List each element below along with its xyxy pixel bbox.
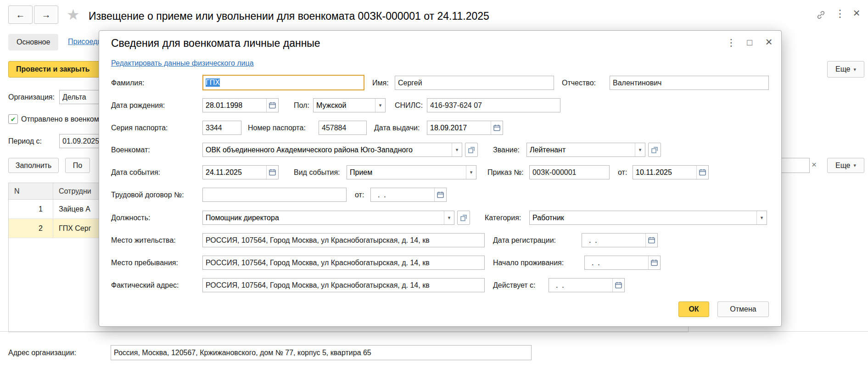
order-date-input[interactable]: [633, 166, 696, 179]
window-close-icon[interactable]: ×: [850, 6, 863, 19]
chevron-down-icon[interactable]: ▾: [756, 211, 767, 224]
event-type-label: Вид события:: [294, 168, 340, 177]
ok-button[interactable]: ОК: [678, 301, 709, 317]
dialog-maximize-icon[interactable]: □: [743, 36, 756, 49]
order-number-field[interactable]: [529, 165, 610, 179]
passport-number-field[interactable]: [319, 121, 367, 135]
contract-number-label: Трудовой договор №:: [111, 191, 184, 199]
chevron-down-icon[interactable]: ▾: [444, 211, 454, 224]
registration-date-input[interactable]: [582, 234, 645, 247]
military-office-label: Военкомат:: [111, 146, 150, 154]
search-clear-icon[interactable]: ×: [812, 160, 817, 170]
military-office-open-button[interactable]: [465, 143, 478, 157]
issue-date-field[interactable]: [427, 121, 503, 135]
position-combo[interactable]: ▾: [202, 211, 454, 225]
stay-place-field[interactable]: [202, 256, 485, 270]
residence-field[interactable]: [202, 233, 485, 247]
event-type-combo[interactable]: ▾: [347, 165, 476, 179]
calendar-icon[interactable]: [612, 279, 624, 292]
back-button[interactable]: ←: [8, 6, 33, 24]
stay-start-date-field[interactable]: [584, 256, 661, 270]
chevron-down-icon[interactable]: ▾: [466, 166, 476, 179]
event-type-input[interactable]: [347, 166, 466, 179]
pick-button[interactable]: По: [65, 158, 90, 173]
favorite-star-icon[interactable]: ★: [67, 6, 80, 23]
last-name-field[interactable]: ГПХ: [202, 75, 364, 90]
category-combo[interactable]: ▾: [529, 211, 767, 225]
position-open-button[interactable]: [457, 211, 470, 225]
calendar-icon[interactable]: [645, 234, 657, 247]
gender-input[interactable]: [314, 99, 375, 112]
calendar-icon[interactable]: [266, 166, 278, 179]
dialog-menu-kebab-icon[interactable]: ⋮: [725, 36, 738, 49]
more-button-table[interactable]: Еще ▾: [827, 158, 864, 173]
chevron-down-icon[interactable]: ▾: [452, 143, 462, 156]
registration-date-field[interactable]: [582, 233, 658, 247]
calendar-icon[interactable]: [491, 121, 503, 134]
organization-address-field[interactable]: [111, 345, 532, 360]
valid-from-date-input[interactable]: [549, 279, 612, 292]
birth-date-field[interactable]: [202, 98, 279, 112]
order-number-label: Приказ №:: [487, 168, 524, 177]
calendar-icon[interactable]: [648, 256, 660, 269]
rank-combo[interactable]: ▾: [526, 143, 645, 157]
military-office-combo[interactable]: ▾: [202, 143, 462, 157]
forward-button[interactable]: →: [34, 6, 58, 24]
calendar-icon[interactable]: [696, 166, 708, 179]
contract-date-field[interactable]: [370, 188, 447, 202]
row-number: 2: [9, 219, 53, 238]
contract-date-input[interactable]: [371, 188, 434, 201]
more-button-top[interactable]: Еще ▾: [827, 61, 864, 78]
event-date-field[interactable]: [202, 165, 279, 179]
dialog-title: Сведения для военкомата личные данные: [111, 37, 320, 50]
issue-date-input[interactable]: [427, 121, 491, 134]
gender-combo[interactable]: ▾: [313, 98, 386, 112]
link-icon[interactable]: [814, 8, 827, 21]
application-window: ← → ★ Извещение о приеме или увольнении …: [0, 0, 868, 368]
sent-checkbox-label: Отправлено в военкомат: [21, 115, 106, 123]
calendar-icon[interactable]: [434, 188, 446, 201]
sent-to-military-office-checkbox[interactable]: ✔: [8, 114, 18, 124]
stay-start-date-input[interactable]: [585, 256, 648, 269]
edit-person-data-link[interactable]: Редактировать данные физического лица: [111, 59, 254, 67]
event-date-input[interactable]: [203, 166, 266, 179]
more-button-label: Еще: [835, 65, 851, 73]
chevron-down-icon[interactable]: ▾: [375, 99, 385, 112]
last-name-selected-text: ГПХ: [206, 78, 220, 87]
dialog-close-icon[interactable]: ×: [762, 35, 775, 48]
page-title: Извещение о приеме или увольнении для во…: [89, 10, 489, 22]
organization-label: Организация:: [8, 93, 55, 101]
actual-address-field[interactable]: [202, 278, 485, 292]
rank-open-button[interactable]: [648, 143, 661, 157]
middle-name-field[interactable]: [610, 76, 769, 90]
column-header-n[interactable]: N: [9, 183, 53, 199]
passport-number-label: Номер паспорта:: [248, 124, 306, 132]
snils-field[interactable]: [427, 98, 560, 112]
chevron-down-icon[interactable]: ▾: [635, 143, 645, 156]
position-input[interactable]: [203, 211, 444, 224]
position-label: Должность:: [111, 214, 150, 222]
first-name-field[interactable]: [395, 76, 554, 90]
passport-series-field[interactable]: [202, 121, 241, 135]
category-input[interactable]: [530, 211, 756, 224]
cancel-button[interactable]: Отмена: [717, 301, 769, 317]
last-name-label: Фамилия:: [111, 79, 144, 87]
snils-label: СНИЛС:: [395, 101, 423, 110]
stay-start-label: Начало проживания:: [493, 259, 564, 267]
order-date-field[interactable]: [633, 165, 709, 179]
fill-button[interactable]: Заполнить: [8, 158, 59, 173]
contract-number-field[interactable]: [202, 188, 347, 202]
birth-date-input[interactable]: [203, 99, 266, 112]
valid-from-date-field[interactable]: [549, 278, 625, 292]
window-menu-kebab-icon[interactable]: ⋮: [834, 7, 846, 20]
rank-input[interactable]: [527, 143, 635, 156]
calendar-icon[interactable]: [266, 99, 278, 112]
chevron-down-icon: ▾: [854, 67, 857, 72]
stay-place-label: Место пребывания:: [111, 259, 178, 267]
residence-label: Место жительства:: [111, 236, 176, 245]
row-number: 1: [9, 200, 53, 218]
military-office-input[interactable]: [203, 143, 452, 156]
forward-arrow-icon: →: [42, 10, 51, 20]
issue-date-label: Дата выдачи:: [374, 124, 420, 132]
tab-main[interactable]: Основное: [8, 34, 58, 50]
